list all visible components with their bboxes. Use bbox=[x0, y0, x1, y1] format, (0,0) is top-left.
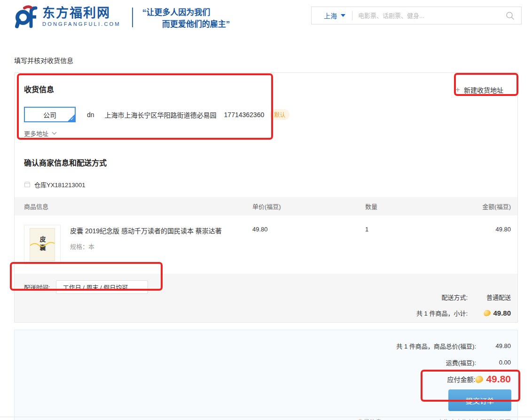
chevron-down-icon bbox=[52, 132, 57, 135]
delivery-time-row: 配送时间: 工作日 / 周末 / 假日均可 bbox=[24, 280, 148, 294]
product-title[interactable]: 皮囊 2019纪念版 感动千万读者的国民读本 蔡崇达著 bbox=[70, 226, 222, 235]
shipping-section-title: 收货信息 bbox=[24, 86, 54, 94]
col-header-qty: 数量 bbox=[365, 202, 450, 211]
delivery-time-label: 配送时间: bbox=[24, 283, 50, 292]
spec-label: 规格： bbox=[70, 243, 88, 250]
order-card: 收货信息 + 新建收货地址 公司 ✓ dn 上海市上海长宁区华阳路街道德必易园 … bbox=[14, 72, 518, 323]
spec-value: 本 bbox=[88, 243, 94, 250]
freight-value: 0.00 bbox=[476, 359, 511, 366]
payable-row: 应付金额: 49.80 bbox=[15, 373, 517, 385]
recipient-phone: 17714362360 bbox=[224, 111, 265, 119]
search-icon bbox=[505, 11, 515, 20]
shipping-section-header: 收货信息 bbox=[15, 73, 517, 95]
submit-row: 提交订单 bbox=[15, 389, 517, 411]
check-icon: ✓ bbox=[70, 116, 74, 122]
band-totals: 配送方式: 普通配送 共 1 件商品，小计: 49.80 bbox=[416, 280, 511, 322]
col-header-amount: 金额(福豆) bbox=[450, 202, 511, 211]
product-spec: 规格：本 bbox=[70, 242, 222, 251]
delivery-method-value: 普通配送 bbox=[468, 293, 511, 301]
product-cell: 皮囊 皮囊 2019纪念版 感动千万读者的国民读本 蔡崇达著 规格：本 bbox=[24, 225, 252, 264]
qty-cell: 1 bbox=[365, 225, 450, 264]
merchant-section-title: 确认商家信息和配送方式 bbox=[24, 157, 508, 168]
slogan-line-1: “让更多人因为我们 bbox=[142, 7, 230, 18]
search-bar: 上海 bbox=[311, 7, 522, 24]
logo-text: 东方福利网 DONGFANGFULI.COM bbox=[42, 6, 121, 27]
more-addresses-label: 更多地址 bbox=[24, 129, 48, 138]
payable-value-wrap: 49.80 bbox=[475, 373, 511, 385]
checkout-page: 东方福利网 DONGFANGFULI.COM “让更多人因为我们 而更爱他们的雇… bbox=[0, 0, 532, 420]
freight-row: 运费(福豆): 0.00 bbox=[15, 358, 517, 367]
summary-card: 共 1 件商品，商品总价(福豆): 49.80 运费(福豆): 0.00 应付金… bbox=[14, 330, 518, 420]
brand-slogan: “让更多人因为我们 而更爱他们的雇主” bbox=[142, 5, 230, 30]
address-tag-button[interactable]: 公司 ✓ bbox=[24, 107, 76, 122]
more-addresses-link[interactable]: 更多地址 bbox=[24, 129, 57, 138]
delivery-band: 配送时间: 工作日 / 周末 / 假日均可 配送方式: 普通配送 共 1 件商品… bbox=[15, 274, 517, 322]
city-label: 上海 bbox=[324, 11, 337, 20]
default-badge: 默认 bbox=[270, 109, 289, 120]
footer-shipping-summary: 收货信息：dn17714362360上海市上海长宁区德必易园 bbox=[15, 417, 517, 420]
address-row: 公司 ✓ dn 上海市上海长宁区华阳路街道德必易园 17714362360 默认 bbox=[24, 107, 508, 122]
logo-divider bbox=[132, 8, 133, 27]
delivery-time-select[interactable]: 工作日 / 周末 / 假日均可 bbox=[56, 280, 148, 294]
brand-name: 东方福利网 bbox=[42, 6, 121, 20]
total-price-label: 共 1 件商品，商品总价(福豆): bbox=[396, 341, 476, 350]
delivery-time-value: 工作日 / 周末 / 假日均可 bbox=[63, 283, 128, 292]
header: 东方福利网 DONGFANGFULI.COM “让更多人因为我们 而更爱他们的雇… bbox=[0, 0, 532, 45]
col-header-unit-price: 单价(福豆) bbox=[252, 202, 365, 211]
total-price-row: 共 1 件商品，商品总价(福豆): 49.80 bbox=[15, 341, 517, 350]
delivery-method-row: 配送方式: 普通配送 bbox=[416, 293, 511, 301]
city-selector[interactable]: 上海 bbox=[312, 11, 352, 20]
new-address-button[interactable]: + 新建收货地址 bbox=[455, 85, 503, 95]
amount-cell: 49.80 bbox=[450, 225, 511, 264]
subtotal-row: 共 1 件商品，小计: 49.80 bbox=[416, 309, 511, 317]
payable-value: 49.80 bbox=[486, 373, 511, 385]
recipient-address: 上海市上海长宁区华阳路街道德必易园 bbox=[105, 110, 217, 119]
chevron-down-icon bbox=[341, 14, 345, 17]
search-button[interactable] bbox=[502, 11, 521, 20]
fudou-bean-icon bbox=[475, 375, 484, 384]
brand-logo-icon bbox=[14, 5, 39, 28]
search-input[interactable] bbox=[352, 12, 502, 19]
payable-label: 应付金额: bbox=[447, 374, 476, 384]
new-address-label: 新建收货地址 bbox=[464, 85, 503, 95]
address-tag-label: 公司 bbox=[43, 110, 56, 119]
unit-price-cell: 49.80 bbox=[252, 225, 365, 264]
slogan-line-2: 而更爱他们的雇主” bbox=[142, 18, 230, 30]
brand-domain: DONGFANGFULI.COM bbox=[42, 21, 121, 27]
subtotal-label: 共 1 件商品，小计: bbox=[416, 309, 468, 317]
page-bottom-divider bbox=[0, 417, 532, 417]
logo[interactable]: 东方福利网 DONGFANGFULI.COM bbox=[14, 5, 121, 28]
items-table-header: 商品信息 单价(福豆) 数量 金额(福豆) bbox=[15, 197, 517, 215]
warehouse-row: 仓库YX181213001 bbox=[24, 180, 508, 189]
recipient-name: dn bbox=[87, 111, 94, 119]
warehouse-name: 仓库YX181213001 bbox=[34, 180, 85, 189]
book-cover-art: 皮囊 bbox=[30, 228, 55, 261]
yellow-squiggle-decoration bbox=[30, 241, 55, 248]
delivery-method-label: 配送方式: bbox=[441, 293, 468, 301]
fudou-bean-icon bbox=[483, 309, 492, 317]
table-row: 皮囊 皮囊 2019纪念版 感动千万读者的国民读本 蔡崇达著 规格：本 49.8… bbox=[15, 215, 517, 274]
col-header-product: 商品信息 bbox=[24, 202, 252, 211]
store-icon bbox=[24, 182, 31, 188]
total-price-value: 49.80 bbox=[476, 342, 511, 349]
subtotal-value-wrap: 49.80 bbox=[468, 309, 511, 317]
submit-order-button[interactable]: 提交订单 bbox=[448, 389, 511, 411]
freight-label: 运费(福豆): bbox=[446, 358, 476, 367]
plus-icon: + bbox=[455, 85, 460, 95]
step-title: 填写并核对收货信息 bbox=[0, 45, 532, 72]
subtotal-value: 49.80 bbox=[493, 309, 511, 317]
product-info: 皮囊 2019纪念版 感动千万读者的国民读本 蔡崇达著 规格：本 bbox=[70, 225, 222, 264]
product-image[interactable]: 皮囊 bbox=[24, 225, 61, 264]
